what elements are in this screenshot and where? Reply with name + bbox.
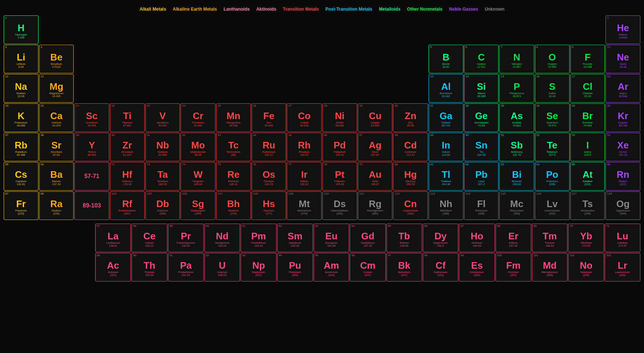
element-f[interactable]: 9FFlourine18.998 <box>570 45 605 73</box>
legend-item-unknown[interactable]: Unknown <box>485 7 504 12</box>
element-gd[interactable]: 64GdGadolinium157.25 <box>350 224 385 252</box>
element-b[interactable]: 5BBoron10.81 <box>429 45 463 73</box>
element-mg[interactable]: 12MgMagnesium24.305 <box>39 74 74 103</box>
element-hg[interactable]: 80HgMercury200.59 <box>393 162 428 191</box>
element-th[interactable]: 90ThThorium232.04 <box>132 253 167 282</box>
element-pr[interactable]: 59PrPraseodymium140.91 <box>168 224 204 252</box>
element-ta[interactable]: 73TaTantalum180.95 <box>145 162 180 191</box>
element-fr[interactable]: 87FrFrancium(223) <box>4 191 38 220</box>
element-tc[interactable]: 43TcTechnetium(98) <box>216 133 251 161</box>
element-lv[interactable]: 116LvLivermorium(293) <box>535 191 570 220</box>
element-rb[interactable]: 37RbRubidium85.488 <box>4 133 38 161</box>
element-rh[interactable]: 45RhRhodium102.91 <box>287 133 322 161</box>
element-rn[interactable]: 86RnRadon(222) <box>606 162 640 191</box>
element-zn[interactable]: 30ZnZinc65.38 <box>393 103 428 132</box>
legend-item-nonmetal[interactable]: Other Nonmetals <box>407 7 443 12</box>
element-cm[interactable]: 96CmCurium(247) <box>350 253 385 282</box>
element-xe[interactable]: 54XeXenon131.29 <box>606 133 640 161</box>
element-ho[interactable]: 67HoHolmium164.93 <box>459 224 495 252</box>
element-sg[interactable]: 106SgSeaborgium(269) <box>181 191 215 220</box>
element-ba[interactable]: 56BaBarium137.33 <box>39 162 74 191</box>
element-np[interactable]: 93NpNeptunium(237) <box>241 253 276 282</box>
element-fm[interactable]: 100FmFermium(257) <box>496 253 531 282</box>
element-no[interactable]: 102NoNobelium(259) <box>568 253 604 282</box>
element-pt[interactable]: 78PtPlatinum195.08 <box>322 162 357 191</box>
element-ac[interactable]: 89AcActinium(227) <box>95 253 131 282</box>
element-co[interactable]: 27CoCobalt58.933 <box>287 103 322 132</box>
element-rg[interactable]: 111RgRoentgenium(282) <box>358 191 393 220</box>
element-k[interactable]: 19KPotassium39.098 <box>4 103 38 132</box>
element-cs[interactable]: 55CsCaesium132.91 <box>4 162 38 191</box>
element-na[interactable]: 11NaSodium22.99 <box>4 74 38 103</box>
element-as[interactable]: 33AsArsenic74.922 <box>499 103 534 132</box>
legend-item-noble[interactable]: Noble Gasses <box>449 7 478 12</box>
element-pb[interactable]: 82PbLead207.2 <box>464 162 499 191</box>
element-rf[interactable]: 104RfRutherfordium(267) <box>110 191 145 220</box>
element-c[interactable]: 6CCarbon12.011 <box>464 45 499 73</box>
element-si[interactable]: 14SiSilicon28.085 <box>464 74 499 103</box>
element-es[interactable]: 99EsEinsteinium(252) <box>459 253 495 282</box>
element-hf[interactable]: 72HfHafnium178.49 <box>110 162 145 191</box>
element-ce[interactable]: 58CeCerium140.12 <box>132 224 167 252</box>
element-zr[interactable]: 40ZrZirconium91.224 <box>110 133 145 161</box>
element-w[interactable]: 74WTungsten183.84 <box>181 162 215 191</box>
element-lr[interactable]: 103LrLawrencium(262) <box>605 253 640 282</box>
element-cu[interactable]: 29CuCopper63.546 <box>358 103 393 132</box>
element-mn[interactable]: 25MnManganese54.938 <box>216 103 251 132</box>
element-pu[interactable]: 94PuPlutonium(244) <box>277 253 313 282</box>
element-bk[interactable]: 97BkBerkelium(247) <box>386 253 422 282</box>
element-ti[interactable]: 22TiTitanium47.887 <box>110 103 145 132</box>
element-tm[interactable]: 69TmThulium168.93 <box>532 224 567 252</box>
element-ar[interactable]: 18ArArgon39.948 <box>606 74 640 103</box>
element-be[interactable]: 4BeBeryllium9.0122 <box>39 45 74 73</box>
element-og[interactable]: 118OgOganesson(294) <box>606 191 640 220</box>
element-sm[interactable]: 62SmSamarium150.36 <box>277 224 313 252</box>
element-sr[interactable]: 38SrStrontium87.62 <box>39 133 74 161</box>
element-v[interactable]: 23VVanadium50.942 <box>145 103 180 132</box>
element-ge[interactable]: 32GeGermanium72.63 <box>464 103 499 132</box>
element-se[interactable]: 34SeSelenium78.971 <box>535 103 570 132</box>
element-p[interactable]: 15PPhosphorus30.974 <box>499 74 534 103</box>
element-pa[interactable]: 91PaProtactinium231.04 <box>168 253 204 282</box>
element-bh[interactable]: 107BhBohrium(270) <box>216 191 251 220</box>
element-fl[interactable]: 114FlFlerovium(289) <box>464 191 499 220</box>
legend-item-metalloid[interactable]: Metalloids <box>379 7 400 12</box>
element-tl[interactable]: 81TlThallium204.38 <box>429 162 463 191</box>
element-te[interactable]: 52TeTellurium127.6 <box>535 133 570 161</box>
legend-item-post-transition[interactable]: Post-Transition Metals <box>325 7 372 12</box>
element-s[interactable]: 16SSulfur32.06 <box>535 74 570 103</box>
element-ru[interactable]: 44RuRuthenium101.07 <box>252 133 286 161</box>
element-cn[interactable]: 112CnCopernicium(282) <box>393 191 428 220</box>
element-n[interactable]: 7NNitrogen14.007 <box>499 45 534 73</box>
element-fe[interactable]: 26FeIron55.845 <box>252 103 286 132</box>
element-ts[interactable]: 117TsTennessine(294) <box>570 191 605 220</box>
legend-item-alkali-earth[interactable]: Alkaline Earth Metals <box>173 7 217 12</box>
element-db[interactable]: 105DbDubnium(268) <box>145 191 180 220</box>
element-cd[interactable]: 48CdCadmium112.41 <box>393 133 428 161</box>
element-yb[interactable]: 70YbYtterbium173.05 <box>568 224 604 252</box>
element-mc[interactable]: 115McMoscovium(290) <box>499 191 534 220</box>
element-cf[interactable]: 98CfCalifornium(251) <box>423 253 458 282</box>
element-ir[interactable]: 77IrIridium192.22 <box>287 162 322 191</box>
element-nb[interactable]: 41NbNiobium92.906 <box>145 133 180 161</box>
element-la[interactable]: 57LaLanthanum138.91 <box>95 224 131 252</box>
element-mo[interactable]: 42MoMolybdenum95.95 <box>181 133 215 161</box>
element-bi[interactable]: 83BiBismuth208.98 <box>499 162 534 191</box>
element-lu[interactable]: 71LuLutetium174.97 <box>605 224 640 252</box>
element-tb[interactable]: 65TbTerbium158.93 <box>386 224 422 252</box>
element-cl[interactable]: 17ClChlorine35.45 <box>570 74 605 103</box>
element-u[interactable]: 92UUranium238.03 <box>204 253 240 282</box>
element-kr[interactable]: 36KrKrypton83.798 <box>606 103 640 132</box>
element-os[interactable]: 76OsOsmium190.23 <box>252 162 286 191</box>
element-hs[interactable]: 108HsHassium(277) <box>252 191 286 220</box>
element-at[interactable]: 85AtAstatine(210) <box>570 162 605 191</box>
element-o[interactable]: 8OOxygen15.999 <box>535 45 570 73</box>
element-po[interactable]: 84PoPolonium(209) <box>535 162 570 191</box>
element-ga[interactable]: 31GaGallium69.723 <box>429 103 463 132</box>
element-nd[interactable]: 60NdNeodymium144.24 <box>204 224 240 252</box>
element-eu[interactable]: 63EuEuropium151.96 <box>314 224 349 252</box>
element-pd[interactable]: 46PdPalladium106.42 <box>322 133 357 161</box>
element-dy[interactable]: 66DyDysprosium162.5 <box>423 224 458 252</box>
element-re[interactable]: 75ReRhenium186.21 <box>216 162 251 191</box>
element-mt[interactable]: 109MtMeitnerium(278) <box>287 191 322 220</box>
